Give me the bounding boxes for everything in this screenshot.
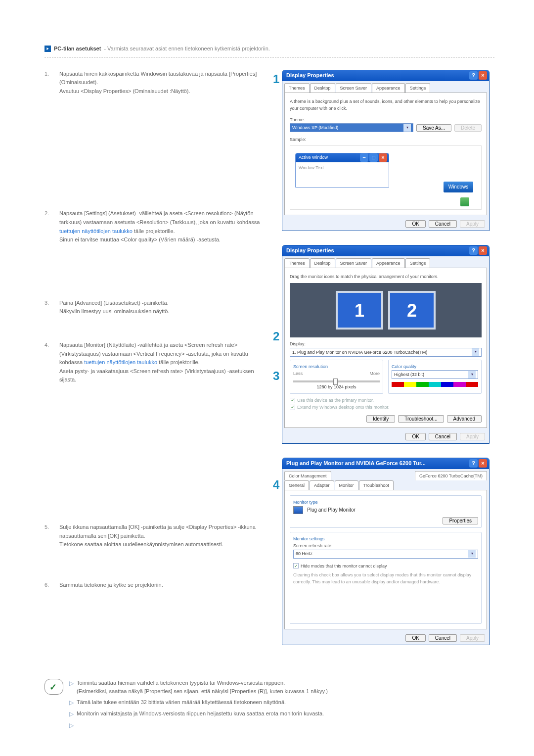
- callout-2: 2: [273, 327, 279, 346]
- color-bar: [392, 382, 478, 387]
- theme-value: Windows XP (Modified): [292, 124, 338, 131]
- step-text: tälle projektorille.: [159, 359, 200, 365]
- tab-adapter[interactable]: Adapter: [310, 480, 334, 490]
- color-quality-value: Highest (32 bit): [394, 371, 424, 378]
- cancel-button[interactable]: Cancel: [429, 634, 457, 642]
- monitor-properties-window: Plug and Play Monitor and NVIDIA GeForce…: [282, 458, 490, 645]
- monitor-2[interactable]: 2: [388, 291, 436, 330]
- tab-themes[interactable]: Themes: [284, 258, 310, 268]
- display-select[interactable]: 1. Plug and Play Monitor on NVIDIA GeFor…: [290, 348, 482, 357]
- ok-button[interactable]: OK: [405, 634, 425, 642]
- callout-4: 4: [273, 475, 279, 494]
- save-as-button[interactable]: Save As...: [416, 124, 451, 132]
- tab-appearance[interactable]: Appearance: [372, 83, 405, 93]
- tab-desktop[interactable]: Desktop: [310, 258, 335, 268]
- chevron-down-icon: [468, 550, 476, 558]
- step-2: 2. Napsauta [Settings] (Asetukset) -väli…: [44, 209, 272, 244]
- less-label: Less: [293, 370, 303, 377]
- step-number: 6.: [44, 581, 53, 590]
- cancel-button[interactable]: Cancel: [429, 220, 457, 228]
- step-text: Sammuta tietokone ja kytke se projektori…: [59, 582, 163, 588]
- drag-instruction: Drag the monitor icons to match the phys…: [290, 273, 482, 280]
- tab-themes[interactable]: Themes: [284, 83, 310, 93]
- monitor-settings-label: Monitor settings: [293, 535, 478, 542]
- refresh-rate-select[interactable]: 60 Hertz: [293, 550, 478, 559]
- tab-color-management[interactable]: Color Management: [284, 471, 331, 480]
- help-icon[interactable]: ?: [469, 71, 478, 80]
- step-text: Paina [Advanced] (Lisäasetukset) -painik…: [59, 300, 169, 306]
- chevron-down-icon: [403, 124, 411, 132]
- notes-list: ▷ Toiminta saattaa hieman vaihdella tiet…: [69, 679, 328, 733]
- tab-general[interactable]: General: [284, 480, 309, 490]
- window-title: Plug and Play Monitor and NVIDIA GeForce…: [286, 459, 426, 468]
- refresh-rate-value: 60 Hertz: [296, 550, 312, 557]
- supported-modes-link[interactable]: tuettujen näyttötilojen taulukko: [59, 228, 133, 234]
- ok-button[interactable]: OK: [405, 433, 425, 440]
- tab-geforce[interactable]: GeForce 6200 TurboCache(TM): [415, 471, 487, 480]
- tab-settings[interactable]: Settings: [405, 83, 431, 93]
- tab-settings[interactable]: Settings: [405, 258, 431, 268]
- chevron-down-icon: [472, 348, 479, 356]
- heading-subtitle: - Varmista seuraavat asiat ennen tietoko…: [104, 45, 269, 53]
- monitor-1[interactable]: 1: [336, 291, 383, 330]
- note-icon: [44, 679, 63, 695]
- hide-modes-label: Hide modes that this monitor cannot disp…: [301, 563, 387, 569]
- recycle-bin-icon: [460, 197, 469, 206]
- window-title: Display Properties: [286, 246, 334, 255]
- display-value: 1. Plug and Play Monitor on NVIDIA GeFor…: [292, 349, 427, 356]
- step-text: tälle projektorille.: [134, 228, 175, 234]
- monitor-arrangement[interactable]: 1 2: [290, 283, 482, 337]
- apply-button: Apply: [460, 634, 485, 642]
- extend-desktop-checkbox: [290, 405, 295, 410]
- theme-select[interactable]: Windows XP (Modified): [290, 123, 413, 132]
- note-text: Tämä laite tukee enintään 32 bittistä vä…: [77, 698, 286, 708]
- cancel-button[interactable]: Cancel: [429, 433, 457, 440]
- identify-button[interactable]: Identify: [366, 415, 395, 423]
- display-properties-themes-window: Display Properties ? × Themes Desktop Sc…: [282, 70, 490, 231]
- monitor-type-value: Plug and Play Monitor: [307, 506, 356, 514]
- tab-screensaver[interactable]: Screen Saver: [336, 258, 372, 268]
- close-icon[interactable]: ×: [479, 246, 487, 255]
- advanced-button[interactable]: Advanced: [447, 415, 482, 423]
- windows-logo: Windows: [444, 182, 473, 192]
- step-text: Tietokone saattaa aloittaa uudelleenkäyn…: [59, 541, 223, 547]
- step-text: Napsauta hiiren kakkospainiketta Windows…: [59, 71, 257, 86]
- help-icon[interactable]: ?: [469, 459, 478, 468]
- close-icon[interactable]: ×: [479, 459, 487, 468]
- bullet-icon: [44, 46, 51, 52]
- color-quality-select[interactable]: Highest (32 bit): [392, 370, 478, 379]
- tab-desktop[interactable]: Desktop: [310, 83, 335, 93]
- step-text: Sinun ei tarvitse muuttaa <Color quality…: [59, 236, 221, 242]
- display-label: Display:: [290, 340, 482, 347]
- hide-modes-checkbox[interactable]: [293, 563, 299, 568]
- apply-button: Apply: [460, 220, 485, 228]
- themes-description: A theme is a background plus a set of so…: [290, 98, 482, 112]
- bullet-icon: ▷: [69, 679, 74, 696]
- tab-appearance[interactable]: Appearance: [372, 258, 405, 268]
- color-quality-label: Color quality: [392, 363, 478, 370]
- step-text: Aseta pysty- ja vaakataajuus <Screen ref…: [59, 368, 254, 383]
- step-list: 1. Napsauta hiiren kakkospainiketta Wind…: [44, 70, 272, 590]
- supported-modes-link[interactable]: tuettujen näyttötilojen taulukko: [84, 359, 157, 365]
- step-4: 4. Napsauta [Monitor] (Näyttölaite) -väl…: [44, 341, 272, 384]
- resolution-slider[interactable]: [293, 380, 380, 382]
- bullet-icon: ▷: [69, 709, 74, 719]
- screen-resolution-label: Screen resolution: [293, 363, 380, 370]
- step-number: 4.: [44, 341, 53, 384]
- note-text: Monitorin valmistajasta ja Windows-versi…: [77, 709, 324, 719]
- step-6: 6. Sammuta tietokone ja kytke se projekt…: [44, 581, 272, 590]
- bullet-icon: ▷: [69, 698, 74, 708]
- callout-1: 1: [273, 70, 279, 89]
- help-icon[interactable]: ?: [469, 246, 478, 255]
- troubleshoot-button[interactable]: Troubleshoot...: [398, 415, 444, 423]
- tab-troubleshoot[interactable]: Troubleshoot: [359, 480, 394, 490]
- step-number: 5.: [44, 523, 53, 549]
- tab-monitor[interactable]: Monitor: [335, 480, 358, 490]
- close-icon[interactable]: ×: [479, 71, 487, 80]
- ok-button[interactable]: OK: [405, 220, 425, 228]
- tab-screensaver[interactable]: Screen Saver: [336, 83, 372, 93]
- window-title: Display Properties: [286, 71, 334, 80]
- monitor-type-label: Monitor type: [293, 499, 478, 506]
- step-number: 2.: [44, 209, 53, 244]
- properties-button[interactable]: Properties: [443, 517, 478, 524]
